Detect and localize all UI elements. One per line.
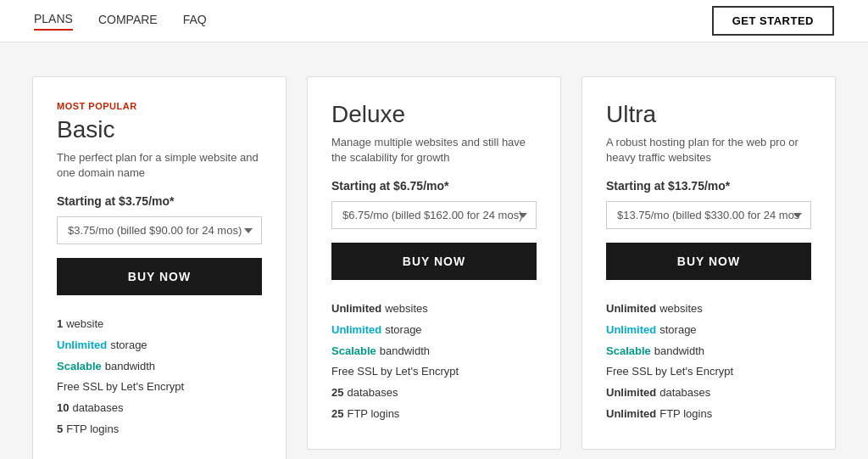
feature-highlight: Unlimited xyxy=(331,299,381,320)
feature-item: 10 databases xyxy=(57,398,262,419)
price-dropdown[interactable]: $13.75/mo (billed $330.00 for 24 mos) xyxy=(606,201,811,229)
feature-highlight: Unlimited xyxy=(331,320,381,341)
plan-card-deluxe: Deluxe Manage multiple websites and stil… xyxy=(307,76,561,450)
get-started-button[interactable]: GET STARTED xyxy=(712,6,834,36)
feature-highlight: Unlimited xyxy=(57,335,107,356)
feature-highlight: Unlimited xyxy=(606,320,656,341)
nav-compare[interactable]: COMPARE xyxy=(98,13,158,30)
feature-highlight: 25 xyxy=(331,383,343,404)
plan-name: Basic xyxy=(57,116,262,143)
feature-item: Free SSL by Let's Encrypt xyxy=(606,361,811,383)
feature-item: 25 databases xyxy=(331,383,537,404)
feature-highlight: 5 xyxy=(57,419,63,440)
plan-card-basic: MOST POPULAR Basic The perfect plan for … xyxy=(32,76,287,459)
plan-name: Ultra xyxy=(606,101,811,128)
feature-item: 1 website xyxy=(57,314,262,335)
feature-item: Free SSL by Let's Encrypt xyxy=(57,377,262,398)
starting-at-label: Starting at $6.75/mo* xyxy=(331,179,537,193)
feature-item: 5 FTP logins xyxy=(57,419,262,440)
nav-plans[interactable]: PLANS xyxy=(34,12,73,31)
plan-description: The perfect plan for a simple website an… xyxy=(57,150,262,181)
feature-item: Free SSL by Let's Encrypt xyxy=(331,361,537,383)
feature-item: Scalable bandwidth xyxy=(331,341,537,362)
plan-description: A robust hosting plan for the web pro or… xyxy=(606,135,811,165)
starting-at-label: Starting at $3.75/mo* xyxy=(57,194,262,208)
nav-faq[interactable]: FAQ xyxy=(183,13,207,30)
feature-highlight: Unlimited xyxy=(606,299,656,320)
most-popular-badge: MOST POPULAR xyxy=(57,101,262,111)
feature-item: 25 FTP logins xyxy=(331,404,537,425)
features-list: Unlimited websitesUnlimited storageScala… xyxy=(606,299,811,424)
starting-at-label: Starting at $13.75/mo* xyxy=(606,179,811,193)
buy-now-button[interactable]: BUY NOW xyxy=(57,258,262,295)
navbar: PLANS COMPARE FAQ GET STARTED xyxy=(0,0,868,42)
feature-highlight: 1 xyxy=(57,314,63,335)
nav-links: PLANS COMPARE FAQ xyxy=(34,12,207,31)
price-dropdown[interactable]: $3.75/mo (billed $90.00 for 24 mos) xyxy=(57,216,262,244)
feature-item: Unlimited storage xyxy=(57,335,262,356)
feature-item: Unlimited storage xyxy=(331,320,537,341)
feature-item: Scalable bandwidth xyxy=(57,356,262,378)
feature-highlight: Scalable xyxy=(57,356,102,378)
buy-now-button[interactable]: BUY NOW xyxy=(331,243,537,280)
feature-item: Scalable bandwidth xyxy=(606,341,811,362)
plan-name: Deluxe xyxy=(331,101,537,128)
feature-highlight: Unlimited xyxy=(606,404,656,425)
price-dropdown[interactable]: $6.75/mo (billed $162.00 for 24 mos) xyxy=(331,201,537,229)
feature-highlight: Scalable xyxy=(606,341,651,362)
plan-description: Manage multiple websites and still have … xyxy=(331,135,537,165)
feature-highlight: Scalable xyxy=(331,341,376,362)
feature-item: Unlimited FTP logins xyxy=(606,404,811,425)
feature-highlight: Unlimited xyxy=(606,383,656,404)
plans-container: MOST POPULAR Basic The perfect plan for … xyxy=(0,42,868,459)
feature-highlight: 25 xyxy=(331,404,343,425)
features-list: 1 websiteUnlimited storageScalable bandw… xyxy=(57,314,262,439)
features-list: Unlimited websitesUnlimited storageScala… xyxy=(331,299,537,424)
plan-card-ultra: Ultra A robust hosting plan for the web … xyxy=(581,76,836,450)
feature-item: Unlimited storage xyxy=(606,320,811,341)
feature-highlight: 10 xyxy=(57,398,69,419)
feature-item: Unlimited websites xyxy=(606,299,811,320)
feature-item: Unlimited websites xyxy=(331,299,537,320)
buy-now-button[interactable]: BUY NOW xyxy=(606,243,811,280)
feature-item: Unlimited databases xyxy=(606,383,811,404)
